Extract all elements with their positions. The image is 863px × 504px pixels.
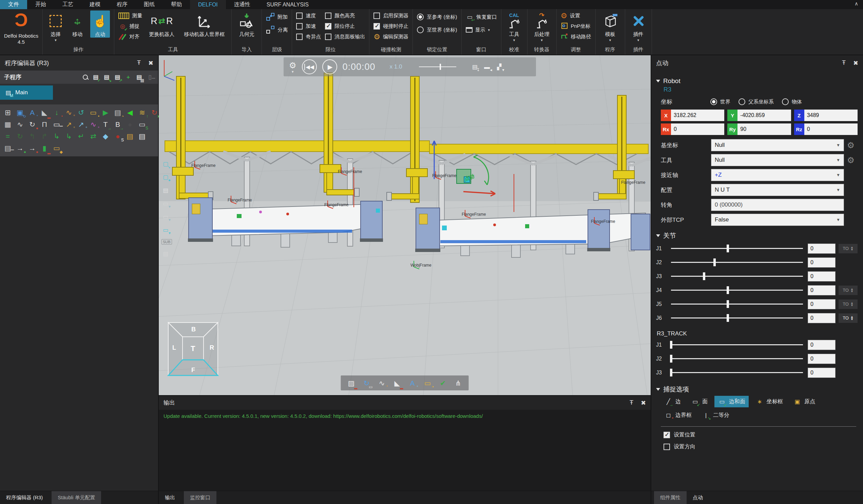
validate-tool-icon[interactable]: ✔	[438, 378, 448, 388]
import-point-icon[interactable]: ↓ •	[52, 107, 62, 117]
linear-move-icon[interactable]: ↗ °	[64, 119, 74, 129]
settings-button[interactable]: ⚙ 设置	[561, 11, 591, 21]
joint-slider-thumb[interactable]	[703, 272, 705, 280]
limit-checkbox-row[interactable]: 限位停止	[325, 21, 365, 32]
limit-checkbox-row[interactable]: 消息面板输出	[325, 32, 365, 42]
joints-section-header[interactable]: 关节	[656, 231, 858, 240]
print-icon[interactable]: ▤ ▔	[3, 143, 13, 153]
play-button[interactable]: ▶	[322, 59, 337, 74]
joint-slider-thumb[interactable]	[713, 259, 716, 266]
joint-to-button[interactable]: TO	[839, 244, 858, 253]
edit-detectors-button[interactable]: ⚙ 编辑探测器	[374, 32, 409, 42]
rotate-icon[interactable]: ↻ ●	[27, 119, 37, 129]
limit-checkbox-row[interactable]: 速度	[296, 11, 321, 21]
disabled-icon[interactable]: ●	[125, 119, 135, 129]
video-record-icon[interactable]: ▬◂	[483, 63, 491, 71]
joint-slider-thumb[interactable]	[727, 286, 729, 294]
export-subprogram-icon[interactable]: ▤ ↗	[113, 73, 122, 81]
dropdown-field[interactable]: False ▼	[711, 214, 844, 226]
close-icon[interactable]: ✖	[641, 399, 646, 407]
track-joint-slider-thumb[interactable]	[670, 369, 672, 377]
fit-view-icon[interactable]: ▢ ↘	[162, 160, 170, 168]
document-icon[interactable]: ▤	[137, 131, 147, 141]
limit-checkbox-row[interactable]: 颜色高亮	[325, 11, 365, 21]
pin-icon[interactable]: Ŧ	[842, 59, 846, 66]
geometry-button[interactable]: 几何元	[236, 11, 258, 38]
left-bottom-tab[interactable]: Stäubli 单元配置	[52, 491, 101, 504]
track-joint-value-input[interactable]: 0	[808, 354, 836, 364]
robot-arm-tool-icon[interactable]: ⋔	[453, 378, 463, 388]
pose-field[interactable]: Ry 90	[727, 124, 791, 135]
pose-field[interactable]: Y -4020.859	[727, 110, 791, 121]
menu-tab[interactable]: 建模	[82, 0, 109, 9]
menu-tab[interactable]: 工艺	[54, 0, 82, 9]
branch-alt-icon[interactable]: ↳	[64, 131, 74, 141]
capture-button[interactable]: ◎✔ 捕捉	[118, 21, 142, 32]
set-position-row[interactable]: 设置位置	[664, 431, 858, 439]
track-joint-slider[interactable]	[671, 372, 803, 373]
track-joint-slider[interactable]	[671, 344, 803, 345]
play-route-icon[interactable]: ▶	[100, 107, 111, 117]
joint-value-input[interactable]: 0	[808, 271, 836, 281]
subprogram-item[interactable]: ▤M Main	[0, 86, 53, 100]
joint-slider[interactable]	[671, 262, 803, 263]
nav-face-r[interactable]: R	[210, 344, 214, 351]
menu-tab[interactable]: SURF ANALYSIS	[259, 0, 317, 9]
spinner-arrows-icon[interactable]	[850, 288, 853, 293]
left-bottom-tab[interactable]: 程序编辑器 (R3)	[0, 491, 49, 504]
plugins-button[interactable]: 插件▾	[629, 11, 648, 41]
detach-button[interactable]: 分离	[266, 23, 288, 36]
radio-icon[interactable]	[782, 98, 789, 105]
teach-icon[interactable]: ▣ ↻	[15, 107, 25, 117]
menu-tab[interactable]: 帮助	[163, 0, 190, 9]
collapse-ribbon-icon[interactable]: ∧	[854, 1, 858, 7]
menu-tab[interactable]: 图纸	[136, 0, 163, 9]
signal-out-icon[interactable]: → ●	[27, 143, 37, 153]
dropdown-field[interactable]: 0 (000000) ▼	[711, 199, 844, 211]
tasks-icon[interactable]: ▤ ✓	[91, 73, 100, 81]
checkbox-icon[interactable]	[325, 34, 332, 40]
attach-button[interactable]: 附加	[266, 11, 288, 23]
joint-slider-thumb[interactable]	[727, 244, 729, 252]
axis-value[interactable]: 0	[671, 124, 724, 135]
swap-robot-button[interactable]: R⇄R 更换机器人	[146, 11, 177, 38]
show-button[interactable]: 显示▾	[466, 23, 497, 36]
pose-field[interactable]: Z 3489	[794, 110, 858, 121]
joint-slider[interactable]	[671, 248, 803, 249]
program-editor-body[interactable]	[0, 156, 158, 491]
speed-slider-thumb[interactable]	[440, 64, 441, 70]
joint-to-button[interactable]: TO	[839, 313, 858, 323]
joint-slider[interactable]	[671, 290, 803, 291]
menu-tab[interactable]: 文件	[0, 0, 27, 9]
pose-field[interactable]: Rz 0	[794, 124, 858, 135]
coord-radio[interactable]: 世界	[710, 97, 730, 106]
jog-button[interactable]: ☝ 点动	[90, 11, 110, 38]
select-route-icon[interactable]: ⊞	[3, 107, 13, 117]
frame-select-tool-icon[interactable]: ▭ •	[423, 378, 433, 388]
move-button[interactable]: ↔↕ 移动	[68, 11, 86, 38]
menu-tab[interactable]: 开始	[27, 0, 54, 9]
navigation-cube[interactable]: B L T R F	[166, 320, 220, 381]
nav-face-f[interactable]: F	[191, 367, 195, 374]
joint-slider[interactable]	[671, 276, 803, 277]
sub-program-chip[interactable]: SUB	[162, 239, 172, 244]
pin-icon[interactable]: Ŧ	[629, 399, 633, 406]
collision-checkbox-row[interactable]: 碰撞时停止	[374, 21, 409, 32]
branch-icon[interactable]: ↳	[52, 131, 62, 141]
sync-icon[interactable]: ⇄	[88, 131, 98, 141]
dropdown-field[interactable]: N U T ▼	[711, 184, 844, 196]
radio-icon[interactable]	[417, 26, 424, 33]
checkbox-icon[interactable]	[664, 432, 670, 438]
spinner-arrows-icon[interactable]	[850, 246, 853, 251]
axis-value[interactable]: 3489	[804, 110, 858, 121]
wait-icon[interactable]: ◆	[100, 131, 111, 141]
cycle-icon[interactable]: ↻ ➤	[149, 107, 160, 117]
viewport-3d[interactable]: FlangeFrameFlangeFrameFlangeFrameFlangeF…	[159, 55, 651, 395]
zigzag-path-icon[interactable]: ∿	[15, 119, 25, 129]
delete-icon[interactable]: ▯▔	[146, 73, 154, 81]
layer-cube-icon[interactable]: ▭ ▾	[162, 199, 170, 207]
checkbox-icon[interactable]	[325, 13, 332, 19]
scene-3d[interactable]	[159, 55, 651, 395]
axis-value[interactable]: 90	[737, 124, 791, 135]
axis-value[interactable]: 0	[804, 124, 858, 135]
